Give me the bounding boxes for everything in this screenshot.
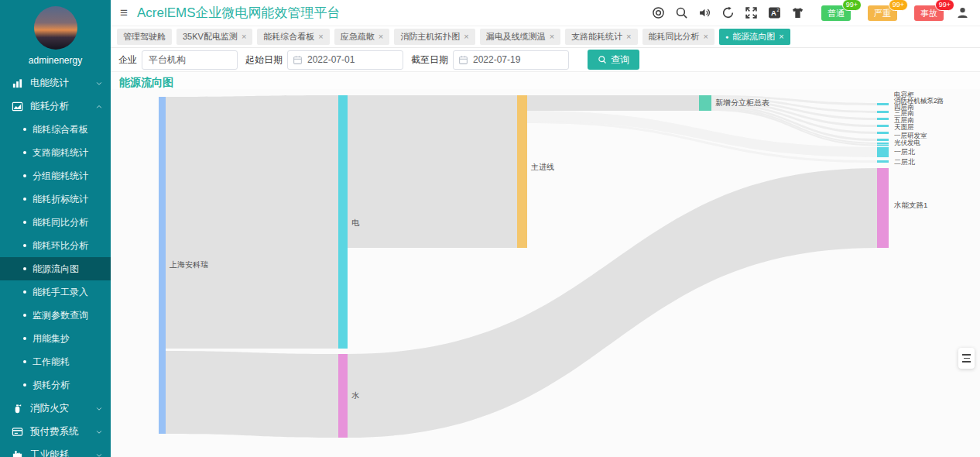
sidebar-item-monitor-param-query[interactable]: 监测参数查询 <box>0 304 111 327</box>
sankey-node-15[interactable]: 水能支路1 <box>877 168 889 248</box>
sidebar-item-energy-flow-diagram[interactable]: 能源流向图 <box>0 257 111 280</box>
sankey-node-label: 天面层 <box>894 123 914 131</box>
close-icon[interactable]: × <box>242 33 246 41</box>
target-icon[interactable] <box>652 6 665 19</box>
bullet-icon <box>23 290 26 294</box>
sankey-node-3[interactable]: 主进线 <box>517 95 527 248</box>
sankey-link-2[interactable]: 电 → 主进线 <box>348 95 517 248</box>
active-tab-dot-icon: ● <box>725 34 728 40</box>
refresh-icon <box>721 6 735 19</box>
refresh-icon[interactable] <box>721 6 735 19</box>
fullscreen-icon[interactable] <box>745 6 758 19</box>
search-button[interactable]: 查询 <box>588 50 639 70</box>
start-date-input[interactable] <box>287 50 403 70</box>
tshirt-icon[interactable] <box>791 6 804 19</box>
sankey-node-9[interactable]: 五层南 <box>877 132 889 134</box>
sound-icon[interactable] <box>698 6 711 19</box>
floating-toolbox[interactable] <box>958 348 975 369</box>
bullet-icon <box>23 174 26 177</box>
sidebar-item-energy-meter-reading[interactable]: 用能集抄 <box>0 327 111 350</box>
close-icon[interactable]: × <box>379 33 383 41</box>
end-date-value[interactable] <box>473 54 564 65</box>
sankey-node-0[interactable]: 上海安科瑞 <box>159 97 166 434</box>
sankey-node-2[interactable]: 水 <box>338 354 348 438</box>
chevron-down-icon <box>95 80 103 88</box>
sidebar-item-group-energy-stats[interactable]: 分组能耗统计 <box>0 164 111 187</box>
sankey-link-1[interactable]: 上海安科瑞 → 水 <box>166 351 338 438</box>
sidebar-subitem-label: 能源流向图 <box>33 263 79 276</box>
chevron-up-icon <box>95 103 103 111</box>
sidebar-item-loss-analysis[interactable]: 损耗分析 <box>0 373 111 397</box>
tab-energy-dashboard[interactable]: 能耗综合看板× <box>257 29 329 45</box>
hamburger-menu-icon[interactable]: ≡ <box>120 6 128 19</box>
sankey-node-11[interactable]: 一层研发室 <box>877 143 889 144</box>
sidebar-item-branch-energy-stats[interactable]: 支路能耗统计 <box>0 141 111 164</box>
fullscreen-icon <box>745 6 758 19</box>
sankey-node-7[interactable]: 四层南 <box>877 118 889 120</box>
close-icon[interactable]: × <box>464 33 468 41</box>
content: 能源流向图 上海安科瑞 → 电上海安科瑞 → 水电 → 主进线水 → 水能支路1… <box>111 72 980 457</box>
bullet-icon <box>23 314 26 317</box>
sidebar-item-energy-analysis[interactable]: 能耗分析 <box>0 94 111 118</box>
tab-35kv-power-monitor[interactable]: 35KV配电监测× <box>176 29 252 45</box>
target-icon <box>652 6 665 19</box>
sidebar-item-energy-dashboard[interactable]: 能耗综合看板 <box>0 118 111 141</box>
end-date-label: 截至日期 <box>411 53 448 67</box>
sidebar-item-energy-mom-analysis[interactable]: 能耗环比分析 <box>0 234 111 257</box>
calendar-icon <box>458 55 468 65</box>
bullet-icon <box>23 198 26 201</box>
sankey-node-6[interactable]: 消防栓机械泵2路 <box>877 111 889 113</box>
sidebar-item-energy-yoy-analysis[interactable]: 能耗同比分析 <box>0 211 111 234</box>
sidebar-item-power-statistics[interactable]: 电能统计 <box>0 71 111 94</box>
sankey-node-5[interactable]: 电容柜 <box>877 103 889 105</box>
bullet-icon <box>23 128 26 131</box>
sankey-node-4[interactable]: 新增分立柜总表 <box>699 95 711 111</box>
end-date-input[interactable] <box>453 50 569 70</box>
tab-leakage-cable-temp[interactable]: 漏电及线缆测温× <box>480 29 560 45</box>
tab-fire-host-topology[interactable]: 消防主机拓扑图× <box>394 29 475 45</box>
main-column: ≡ AcrelEMS企业微电网能效管理平台 A2普通99+严重99+事故99+ … <box>111 0 980 457</box>
close-icon[interactable]: × <box>550 33 554 41</box>
translate-icon[interactable]: A2 <box>768 6 781 19</box>
close-icon[interactable]: × <box>626 33 631 41</box>
tab-energy-yoy-analysis[interactable]: 能耗同比分析× <box>642 29 714 45</box>
tab-emergency-evacuation[interactable]: 应急疏散× <box>334 29 389 45</box>
sidebar-item-industrial-energy[interactable]: 工业能耗 <box>0 443 111 457</box>
chevron-down-icon <box>95 452 103 457</box>
search-icon <box>675 6 688 19</box>
sidebar-subitem-label: 支路能耗统计 <box>33 146 88 160</box>
tab-energy-flow-diagram[interactable]: ●能源流向图× <box>719 29 790 45</box>
alarm-badge-accident[interactable]: 事故99+ <box>914 5 944 21</box>
sankey-node-1[interactable]: 电 <box>338 95 348 349</box>
sidebar-item-energy-standard-stats[interactable]: 能耗折标统计 <box>0 187 111 211</box>
sankey-link-4[interactable]: 主进线 → 新增分立柜总表 <box>527 95 699 111</box>
company-input[interactable] <box>142 50 238 70</box>
search-icon[interactable] <box>675 6 688 19</box>
close-icon[interactable]: × <box>704 33 708 41</box>
sidebar-item-energy-manual-entry[interactable]: 能耗手工录入 <box>0 280 111 304</box>
sankey-node-8[interactable]: 三层南 <box>877 125 889 127</box>
tab-management-cockpit[interactable]: 管理驾驶舱 <box>117 29 172 45</box>
tab-branch-energy-stats[interactable]: 支路能耗统计× <box>565 29 637 45</box>
tshirt-icon <box>791 6 804 19</box>
tab-bar: 管理驾驶舱35KV配电监测×能耗综合看板×应急疏散×消防主机拓扑图×漏电及线缆测… <box>111 26 980 48</box>
sidebar-item-work-energy[interactable]: 工作能耗 <box>0 350 111 373</box>
tab-label: 管理驾驶舱 <box>123 31 166 43</box>
sankey-node-10[interactable]: 天面层 <box>877 139 889 141</box>
sankey-node-13[interactable]: 一层北 <box>877 147 889 157</box>
sankey-link-0[interactable]: 上海安科瑞 → 电 <box>166 95 338 349</box>
chevron-down-icon <box>95 405 103 413</box>
sidebar-item-label: 能耗分析 <box>30 100 69 113</box>
close-icon[interactable]: × <box>318 33 323 41</box>
sankey-node-14[interactable]: 二层北 <box>877 160 889 163</box>
avatar[interactable] <box>34 6 77 50</box>
close-icon[interactable]: × <box>779 33 783 41</box>
alarm-badge-normal[interactable]: 普通99+ <box>821 5 851 21</box>
alarm-badge-serious[interactable]: 严重99+ <box>868 5 897 21</box>
sankey-node-12[interactable]: 光伏发电 <box>877 145 889 146</box>
sankey-node-label: 电 <box>351 218 360 227</box>
sidebar-item-prepaid-system[interactable]: 预付费系统 <box>0 420 111 443</box>
sidebar-item-fire-safety[interactable]: 消防火灾 <box>0 397 111 420</box>
start-date-value[interactable] <box>307 54 398 65</box>
user-icon[interactable] <box>956 6 969 19</box>
